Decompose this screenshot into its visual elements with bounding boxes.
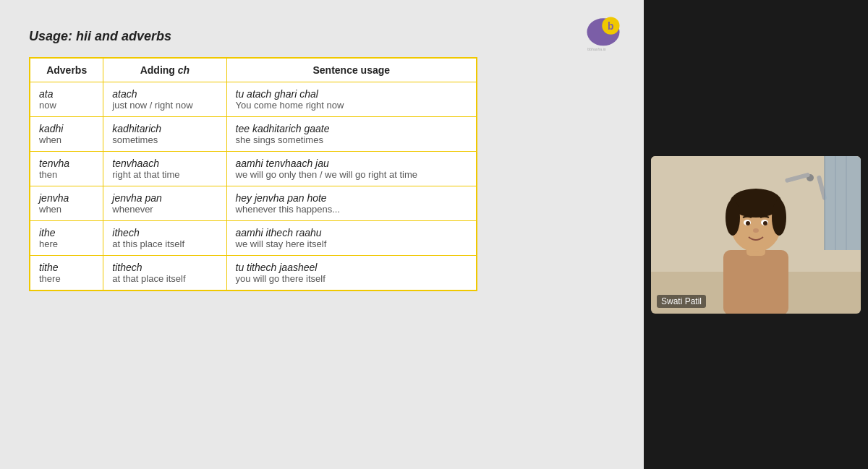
svg-rect-15 xyxy=(723,250,788,314)
adverb-cell: jenvha when xyxy=(30,186,103,221)
col-header-adding: Adding ch xyxy=(103,58,226,82)
svg-text:bbhasha.io: bbhasha.io xyxy=(587,47,605,51)
adverb-cell: kadhi when xyxy=(30,117,103,152)
adding-cell: tithech at that place itself xyxy=(103,256,226,291)
adverb-cell: tenvha then xyxy=(30,152,103,186)
video-container: Swati Patil xyxy=(651,156,861,314)
svg-point-25 xyxy=(753,228,759,233)
svg-point-23 xyxy=(746,221,750,225)
col-header-sentence: Sentence usage xyxy=(226,58,477,82)
sentence-cell: tu atach ghari chal You come home right … xyxy=(226,82,477,117)
table-row: kadhi when kadhitarich sometimes tee kad… xyxy=(30,117,477,152)
adding-cell: kadhitarich sometimes xyxy=(103,117,226,152)
logo-area: b bbhasha.io xyxy=(584,14,622,52)
svg-point-24 xyxy=(763,221,767,225)
col-header-adverbs: Adverbs xyxy=(30,58,103,82)
adverb-cell: ata now xyxy=(30,82,103,117)
adverb-cell: ithe here xyxy=(30,221,103,256)
table-row: tenvha then tenvhaach right at that time… xyxy=(30,152,477,186)
sentence-cell: tee kadhitarich gaate she sings sometime… xyxy=(226,117,477,152)
sentence-cell: aamhi tenvhaach jau we will go only then… xyxy=(226,152,477,186)
logo-icon: b bbhasha.io xyxy=(584,14,622,52)
main-content: b bbhasha.io Usage: hii and adverbs Adve… xyxy=(0,0,644,469)
adding-cell: ithech at this place itself xyxy=(103,221,226,256)
adding-cell: tenvhaach right at that time xyxy=(103,152,226,186)
vocab-table: Adverbs Adding ch Sentence usage ata now… xyxy=(29,57,477,291)
table-row: jenvha when jenvha pan whenever hey jenv… xyxy=(30,186,477,221)
table-row: ata now atach just now / right now tu at… xyxy=(30,82,477,117)
svg-point-20 xyxy=(772,199,786,236)
table-row: ithe here ithech at this place itself aa… xyxy=(30,221,477,256)
adding-cell: jenvha pan whenever xyxy=(103,186,226,221)
table-row: tithe there tithech at that place itself… xyxy=(30,256,477,291)
person-video xyxy=(651,156,861,314)
adding-cell: atach just now / right now xyxy=(103,82,226,117)
sentence-cell: aamhi ithech raahu we will stay here its… xyxy=(226,221,477,256)
sentence-cell: tu tithech jaasheel you will go there it… xyxy=(226,256,477,291)
person-name-label: Swati Patil xyxy=(657,295,706,308)
sentence-cell: hey jenvha pan hote whenever this happen… xyxy=(226,186,477,221)
page-title: Usage: hii and adverbs xyxy=(29,29,615,44)
adverb-cell: tithe there xyxy=(30,256,103,291)
svg-rect-10 xyxy=(825,156,861,250)
svg-point-19 xyxy=(726,199,740,236)
right-panel: Swati Patil xyxy=(644,0,868,469)
svg-text:b: b xyxy=(608,20,613,32)
